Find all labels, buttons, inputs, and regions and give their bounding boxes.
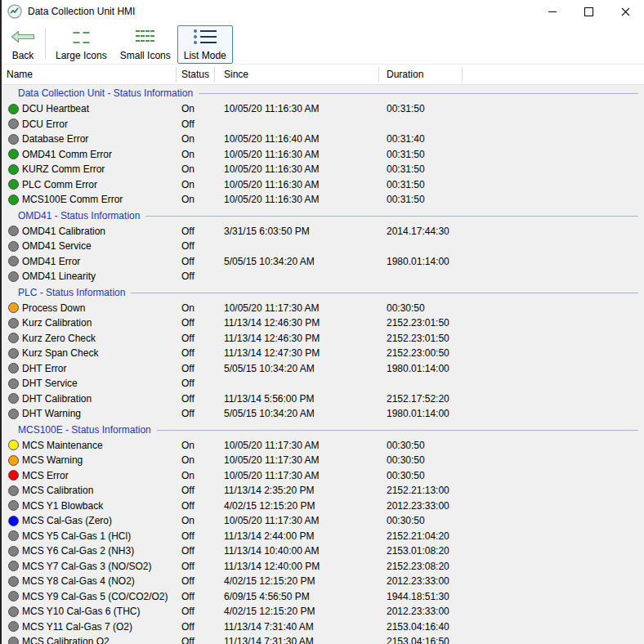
- status-row[interactable]: KURZ Comm ErrorOn10/05/20 11:16:30 AM00:…: [0, 162, 644, 177]
- row-name: OMD41 Linearity: [22, 269, 96, 284]
- status-row[interactable]: Kurz Span CheckOff11/13/14 12:47:30 PM21…: [0, 346, 644, 361]
- status-row[interactable]: MCS WarningOn10/05/20 11:17:30 AM00:30:5…: [0, 453, 644, 468]
- row-duration: 2152.23:01:50: [387, 315, 449, 331]
- row-name: MCS Y5 Cal-Gas 1 (HCl): [22, 529, 131, 544]
- column-header-status[interactable]: Status: [181, 65, 209, 84]
- row-duration: 00:31:40: [387, 132, 425, 147]
- row-status: Off: [181, 589, 195, 605]
- column-resize-handle[interactable]: [214, 67, 215, 83]
- gray-status-led-icon: [8, 348, 19, 359]
- column-resize-handle[interactable]: [176, 67, 177, 83]
- toolbar-separator: [45, 28, 46, 59]
- section-title: Data Collection Unit - Status Informatio…: [18, 88, 193, 99]
- status-row[interactable]: OMD41 CalibrationOff3/31/15 6:03:50 PM20…: [0, 224, 644, 239]
- status-row[interactable]: DHT ErrorOff5/05/15 10:34:20 AM1980.01:1…: [0, 361, 644, 377]
- status-row[interactable]: OMD41 LinearityOff: [0, 269, 644, 284]
- status-row[interactable]: MCS MaintenanceOn10/05/20 11:17:30 AM00:…: [0, 438, 644, 454]
- chart-app-icon: [7, 4, 22, 19]
- row-since: 11/13/14 10:40:00 AM: [224, 543, 320, 559]
- row-since: 10/05/20 11:17:30 AM: [224, 468, 320, 484]
- green-status-led-icon: [8, 179, 19, 190]
- status-row[interactable]: MCS Y1 BlowbackOff4/02/15 12:15:20 PM201…: [0, 499, 644, 514]
- large-icons-button[interactable]: Large Icons: [49, 25, 114, 64]
- row-since: 10/05/20 11:16:30 AM: [224, 101, 320, 117]
- status-row[interactable]: Kurz CalibrationOff11/13/14 12:46:30 PM2…: [0, 315, 644, 331]
- status-row[interactable]: DHT WarningOff5/05/15 10:34:20 AM1980.01…: [0, 406, 644, 422]
- row-since: 5/05/15 10:34:20 AM: [224, 406, 315, 422]
- status-row[interactable]: MCS Y11 Cal-Gas 7 (O2)Off11/13/14 7:31:4…: [0, 619, 644, 635]
- column-header-duration[interactable]: Duration: [387, 65, 423, 84]
- row-status: Off: [181, 315, 195, 331]
- status-row[interactable]: MCS Y9 Cal-Gas 5 (CO/CO2/O2)Off6/09/15 4…: [0, 589, 644, 605]
- small-icons-button-label: Small Icons: [120, 51, 171, 61]
- status-row[interactable]: DHT CalibrationOff11/13/14 5:56:00 PM215…: [0, 391, 644, 407]
- gray-status-led-icon: [8, 393, 19, 404]
- row-duration: 00:31:50: [387, 192, 425, 208]
- row-name: MCS100E Comm Error: [22, 192, 123, 208]
- section-title: PLC - Status Information: [18, 288, 125, 298]
- row-duration: 1980.01:14:00: [387, 254, 449, 270]
- column-header-since[interactable]: Since: [224, 65, 248, 84]
- row-since: 10/05/20 11:16:30 AM: [224, 147, 320, 163]
- status-row[interactable]: MCS ErrorOn10/05/20 11:17:30 AM00:30:50: [0, 468, 644, 484]
- status-row[interactable]: MCS100E Comm ErrorOn10/05/20 11:16:30 AM…: [0, 192, 644, 208]
- row-since: 11/13/14 7:31:30 AM: [224, 634, 314, 644]
- row-status: Off: [181, 574, 195, 589]
- green-status-led-icon: [8, 164, 19, 175]
- row-duration: 2152.17:52:20: [387, 391, 449, 407]
- list-mode-button[interactable]: List Mode: [177, 25, 233, 64]
- large-icons-button-label: Large Icons: [56, 51, 107, 61]
- status-row[interactable]: MCS Y6 Cal-Gas 2 (NH3)Off11/13/14 10:40:…: [0, 543, 644, 559]
- status-row[interactable]: MCS Calibration O2Off11/13/14 7:31:30 AM…: [0, 634, 644, 644]
- close-button[interactable]: [607, 0, 644, 23]
- column-resize-handle[interactable]: [378, 67, 379, 83]
- status-row[interactable]: Process DownOn10/05/20 11:17:30 AM00:30:…: [0, 301, 644, 316]
- column-header: Name Status Since Duration: [0, 64, 644, 85]
- row-since: 5/05/15 10:34:20 AM: [224, 254, 315, 270]
- row-duration: 2152.23:01:50: [387, 331, 449, 347]
- status-row[interactable]: PLC Comm ErrorOn10/05/20 11:16:30 AM00:3…: [0, 177, 644, 193]
- status-row[interactable]: MCS Y7 Cal-Gas 3 (NO/SO2)Off11/13/14 12:…: [0, 559, 644, 575]
- status-row[interactable]: MCS Y5 Cal-Gas 1 (HCl)Off11/13/14 2:44:0…: [0, 529, 644, 544]
- status-row[interactable]: OMD41 Comm ErrorOn10/05/20 11:16:30 AM00…: [0, 147, 644, 163]
- row-since: 11/13/14 7:31:40 AM: [224, 619, 314, 635]
- row-name: MCS Y7 Cal-Gas 3 (NO/SO2): [22, 559, 151, 575]
- column-resize-handle[interactable]: [462, 67, 463, 83]
- yellow-status-led-icon: [8, 440, 19, 450]
- row-name: OMD41 Comm Error: [22, 147, 112, 163]
- row-since: 11/13/14 5:56:00 PM: [224, 391, 315, 407]
- row-duration: 1980.01:14:00: [387, 361, 449, 377]
- status-row[interactable]: MCS Y8 Cal-Gas 4 (NO2)Off4/02/15 12:15:2…: [0, 574, 644, 589]
- maximize-button[interactable]: [570, 0, 607, 23]
- row-name: Database Error: [22, 132, 88, 147]
- row-duration: 1944.18:51:30: [387, 589, 449, 605]
- row-duration: 2014.17:44:30: [387, 224, 449, 239]
- small-icons-button[interactable]: Small Icons: [114, 25, 177, 64]
- column-header-name[interactable]: Name: [7, 65, 33, 84]
- status-row[interactable]: MCS Cal-Gas (Zero)On10/05/20 11:17:30 AM…: [0, 513, 644, 529]
- status-row[interactable]: OMD41 ErrorOff5/05/15 10:34:20 AM1980.01…: [0, 254, 644, 270]
- status-row[interactable]: Kurz Zero CheckOff11/13/14 12:46:30 PM21…: [0, 331, 644, 347]
- status-row[interactable]: DCU ErrorOff: [0, 117, 644, 132]
- row-name: KURZ Comm Error: [22, 162, 105, 177]
- close-icon: [621, 7, 630, 16]
- status-row[interactable]: DCU HeartbeatOn10/05/20 11:16:30 AM00:31…: [0, 101, 644, 117]
- row-name: Process Down: [22, 301, 85, 316]
- status-row[interactable]: OMD41 ServiceOff: [0, 239, 644, 254]
- status-row[interactable]: MCS Y10 Cal-Gas 6 (THC)Off4/02/15 12:15:…: [0, 604, 644, 619]
- row-name: Kurz Calibration: [22, 315, 92, 331]
- row-duration: 00:31:50: [387, 101, 425, 117]
- status-row[interactable]: MCS CalibrationOff11/13/14 2:35:20 PM215…: [0, 483, 644, 499]
- section-divider-line: [131, 293, 638, 293]
- row-status: Off: [181, 254, 195, 270]
- gray-status-led-icon: [8, 546, 19, 557]
- minimize-button[interactable]: [534, 0, 570, 23]
- back-button[interactable]: Back: [4, 25, 42, 64]
- row-since: 11/13/14 2:44:00 PM: [224, 529, 315, 544]
- row-status: Off: [181, 604, 195, 619]
- row-name: MCS Y6 Cal-Gas 2 (NH3): [22, 543, 134, 559]
- status-row[interactable]: DHT ServiceOff: [0, 376, 644, 391]
- row-duration: 2152.23:08:20: [387, 559, 449, 575]
- status-row[interactable]: Database ErrorOn10/05/20 11:16:40 AM00:3…: [0, 132, 644, 147]
- row-name: MCS Warning: [22, 453, 83, 468]
